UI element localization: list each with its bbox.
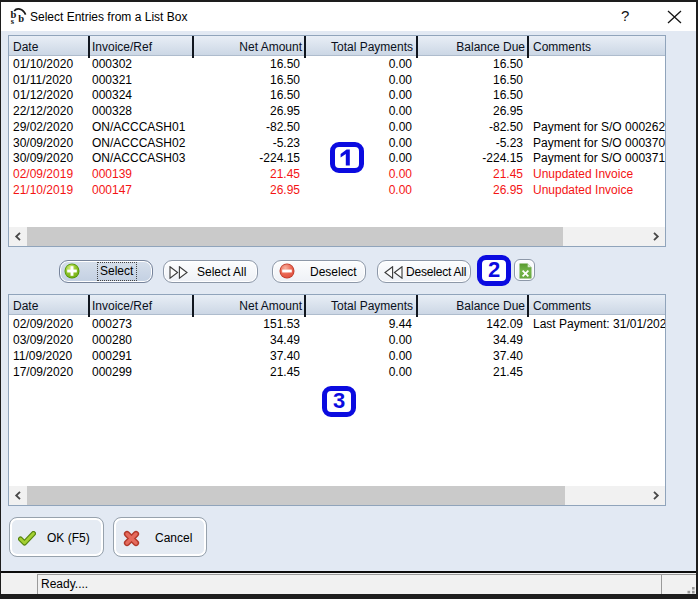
svg-text:b: b	[18, 13, 24, 24]
